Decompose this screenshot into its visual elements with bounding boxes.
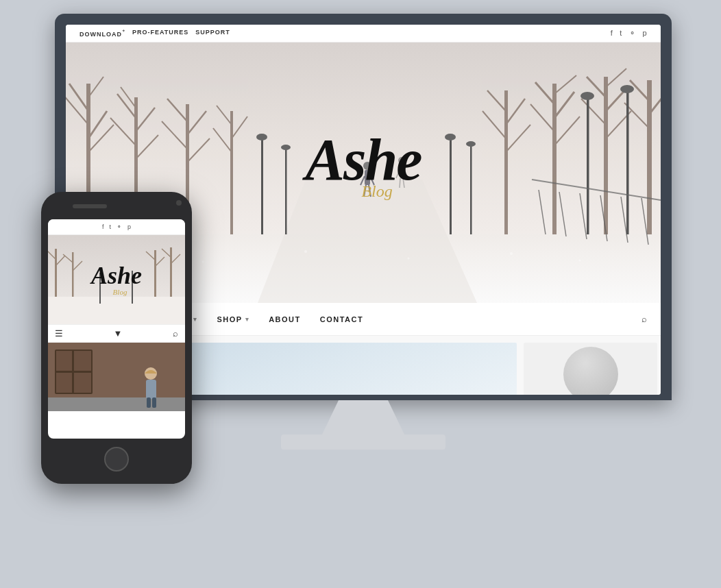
nav-shop[interactable]: SHOP ▾: [207, 303, 259, 336]
instagram-icon[interactable]: ⚬: [629, 29, 636, 38]
pro-features-link[interactable]: PRO-FEATURES: [132, 29, 188, 38]
twitter-icon[interactable]: t: [620, 29, 622, 38]
download-link[interactable]: DOWNLOAD: [80, 29, 125, 38]
nav-contact[interactable]: CONTACT: [310, 303, 373, 336]
scene: DOWNLOAD PRO-FEATURES SUPPORT f t ⚬ p: [0, 0, 721, 588]
svg-point-46: [256, 134, 267, 140]
svg-point-50: [445, 134, 456, 140]
svg-rect-45: [261, 138, 263, 234]
svg-rect-29: [552, 84, 557, 234]
phone-search-icon[interactable]: ⌕: [173, 328, 178, 339]
phone-blog-image-svg: [48, 343, 185, 411]
phone-speaker: [73, 204, 107, 208]
svg-rect-83: [48, 297, 185, 324]
svg-rect-101: [74, 351, 91, 371]
search-icon[interactable]: ⌕: [641, 314, 647, 324]
svg-rect-104: [48, 397, 185, 411]
circle-decoration: [563, 347, 618, 395]
features-arrow-icon: ▾: [193, 316, 198, 323]
svg-rect-106: [146, 380, 156, 399]
svg-point-79: [408, 258, 410, 260]
support-link[interactable]: SUPPORT: [195, 29, 230, 38]
phone-hero-title: Ashe Blog: [91, 263, 142, 296]
svg-point-81: [579, 260, 581, 262]
shop-arrow-icon: ▾: [245, 316, 250, 323]
phone-facebook-icon: f: [102, 223, 104, 230]
svg-rect-55: [626, 90, 629, 234]
phone: f t ⚬ p: [41, 192, 192, 484]
svg-rect-90: [154, 250, 156, 297]
nav-about[interactable]: ABOUT: [259, 303, 310, 336]
svg-rect-24: [504, 90, 508, 234]
phone-nav-bar: ☰ ▼ ⌕: [48, 324, 185, 343]
svg-rect-20: [230, 111, 233, 234]
svg-rect-47: [285, 149, 287, 234]
svg-point-56: [620, 85, 634, 93]
phone-hamburger-icon[interactable]: ☰: [55, 328, 63, 339]
phone-hero: Ashe Blog: [48, 235, 185, 324]
svg-rect-49: [450, 138, 452, 234]
topbar-social-icons: f t ⚬ p: [611, 29, 647, 38]
hero-ashe-title: Ashe: [306, 130, 421, 189]
phone-ashe-title: Ashe: [91, 263, 142, 288]
phone-body: f t ⚬ p: [41, 192, 192, 484]
phone-home-button[interactable]: [104, 447, 129, 471]
phone-topbar: f t ⚬ p: [48, 219, 185, 235]
svg-rect-108: [152, 397, 156, 408]
svg-point-54: [581, 92, 594, 100]
topbar-nav: DOWNLOAD PRO-FEATURES SUPPORT: [80, 29, 230, 38]
svg-rect-100: [56, 351, 72, 371]
content-card-2: [524, 343, 657, 395]
svg-point-80: [510, 252, 513, 255]
hero-title-container: Ashe Blog: [306, 130, 421, 201]
phone-blog-image: [48, 343, 185, 411]
phone-screen: f t ⚬ p: [48, 219, 185, 439]
svg-rect-93: [170, 247, 172, 297]
site-topbar: DOWNLOAD PRO-FEATURES SUPPORT f t ⚬ p: [66, 25, 661, 42]
svg-point-52: [466, 141, 476, 147]
svg-rect-53: [587, 97, 589, 234]
svg-rect-102: [56, 373, 72, 393]
phone-dropdown-icon[interactable]: ▼: [114, 328, 123, 339]
svg-rect-51: [470, 145, 472, 234]
phone-pinterest-icon: p: [127, 223, 131, 230]
svg-rect-107: [147, 397, 151, 408]
phone-instagram-icon: ⚬: [117, 223, 122, 230]
svg-point-78: [304, 250, 307, 253]
svg-rect-41: [647, 80, 652, 234]
svg-rect-35: [604, 77, 608, 234]
pinterest-icon[interactable]: p: [642, 29, 647, 38]
monitor-stand-base: [281, 434, 445, 450]
phone-camera: [176, 200, 182, 206]
monitor-stand-neck: [322, 400, 404, 434]
facebook-icon[interactable]: f: [611, 29, 613, 38]
svg-rect-84: [55, 249, 57, 297]
svg-rect-103: [74, 373, 91, 393]
phone-twitter-icon: t: [109, 223, 111, 230]
svg-rect-87: [72, 252, 74, 297]
svg-point-48: [281, 145, 291, 150]
svg-point-77: [202, 261, 204, 263]
